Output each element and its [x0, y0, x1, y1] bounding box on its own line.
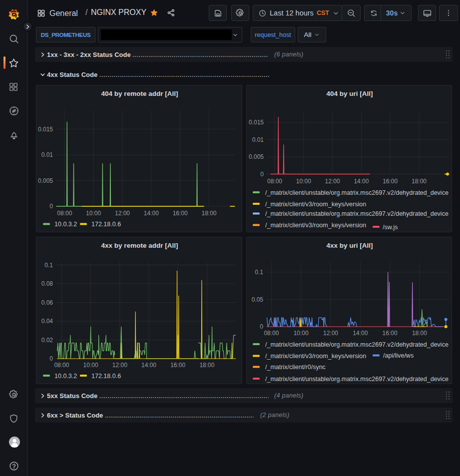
svg-text:404 by remote addr [All]: 404 by remote addr [All]	[101, 90, 178, 97]
svg-text:/sw.js: /sw.js	[383, 224, 398, 231]
svg-text:0.04: 0.04	[41, 318, 53, 325]
svg-text:4xx by uri [All]: 4xx by uri [All]	[326, 242, 373, 249]
svg-text:10.0.3.2: 10.0.3.2	[54, 221, 77, 228]
svg-text:16:00: 16:00	[170, 362, 185, 369]
svg-text:12:00: 12:00	[112, 362, 127, 369]
svg-text:16:00: 16:00	[173, 210, 188, 217]
svg-text:/_matrix/client/unstable/org.m: /_matrix/client/unstable/org.matrix.msc2…	[265, 376, 449, 383]
svg-text:12:00: 12:00	[115, 210, 130, 217]
svg-text:0.1: 0.1	[44, 262, 53, 269]
svg-text:0.01: 0.01	[252, 136, 264, 143]
svg-text:10.0.3.2: 10.0.3.2	[54, 373, 77, 380]
svg-text:0: 0	[260, 323, 263, 330]
svg-text:0.05: 0.05	[252, 296, 264, 303]
svg-text:12:00: 12:00	[325, 178, 340, 185]
svg-text:0.06: 0.06	[41, 299, 53, 306]
svg-text:18:00: 18:00	[412, 330, 427, 337]
svg-text:/_matrix/client/unstable/org.m: /_matrix/client/unstable/org.matrix.msc2…	[265, 210, 449, 217]
svg-text:10:00: 10:00	[294, 330, 309, 337]
svg-text:14:00: 14:00	[141, 362, 156, 369]
svg-text:/_matrix/client/r0/sync: /_matrix/client/r0/sync	[265, 364, 326, 371]
svg-text:0.02: 0.02	[41, 337, 53, 344]
svg-text:0.1: 0.1	[255, 269, 263, 276]
svg-text:14:00: 14:00	[354, 178, 369, 185]
svg-text:08:00: 08:00	[57, 210, 72, 217]
svg-text:10:00: 10:00	[296, 178, 311, 185]
svg-text:172.18.0.6: 172.18.0.6	[91, 221, 121, 228]
svg-text:08:00: 08:00	[54, 362, 69, 369]
svg-text:18:00: 18:00	[201, 210, 216, 217]
svg-text:10:00: 10:00	[83, 362, 98, 369]
svg-text:/_matrix/client/v3/room_keys/v: /_matrix/client/v3/room_keys/version	[265, 222, 366, 229]
svg-text:/_matrix/client/unstable/org.m: /_matrix/client/unstable/org.matrix.msc2…	[265, 341, 449, 348]
svg-text:0.01: 0.01	[41, 151, 53, 158]
svg-text:14:00: 14:00	[353, 330, 368, 337]
svg-text:4xx by remote addr [All]: 4xx by remote addr [All]	[101, 242, 178, 249]
svg-text:18:00: 18:00	[412, 178, 427, 185]
svg-text:/_matrix/client/v3/room_keys/v: /_matrix/client/v3/room_keys/version	[265, 201, 366, 208]
svg-text:0.015: 0.015	[38, 126, 53, 133]
svg-text:404 by uri [All]: 404 by uri [All]	[326, 90, 373, 97]
svg-text:0.015: 0.015	[249, 119, 264, 126]
svg-text:08:00: 08:00	[267, 178, 282, 185]
svg-text:08:00: 08:00	[264, 330, 279, 337]
svg-text:0: 0	[49, 203, 53, 210]
svg-text:10:00: 10:00	[86, 210, 101, 217]
svg-text:0.005: 0.005	[38, 177, 53, 184]
svg-text:/api/live/ws: /api/live/ws	[383, 352, 414, 359]
svg-text:/_matrix/client/unstable/org.m: /_matrix/client/unstable/org.matrix.msc2…	[265, 189, 449, 196]
svg-text:0.08: 0.08	[41, 280, 53, 287]
svg-text:14:00: 14:00	[144, 210, 159, 217]
svg-text:/_matrix/client/v3/room_keys/v: /_matrix/client/v3/room_keys/version	[265, 353, 366, 360]
svg-text:0: 0	[260, 171, 264, 178]
svg-text:18:00: 18:00	[199, 362, 214, 369]
svg-text:0: 0	[49, 355, 53, 362]
svg-text:172.18.0.6: 172.18.0.6	[91, 373, 121, 380]
svg-text:16:00: 16:00	[383, 330, 398, 337]
svg-text:16:00: 16:00	[383, 178, 398, 185]
svg-text:0.005: 0.005	[249, 153, 264, 160]
svg-text:12:00: 12:00	[323, 330, 338, 337]
